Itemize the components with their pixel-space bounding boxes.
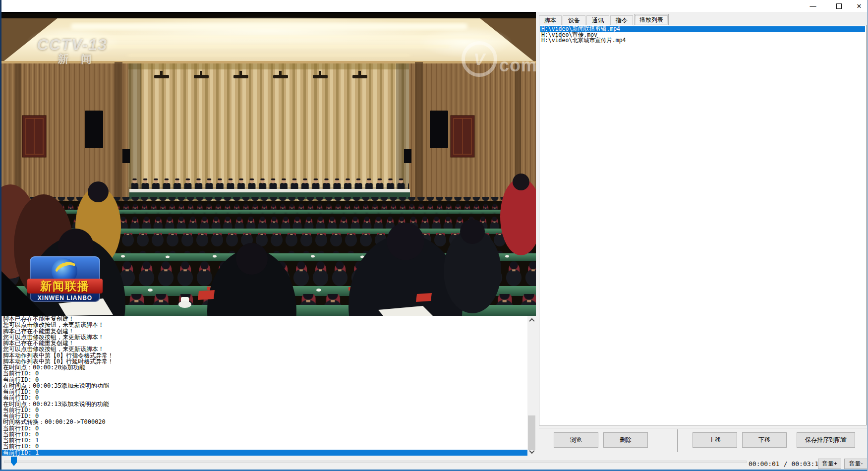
- log-line[interactable]: 当前行ID: 0: [2, 443, 527, 449]
- log-console[interactable]: 脚本已存在不能重复创建！ 您可以点击修改按钮，来更新该脚本！ 脚本已存在不能重复…: [1, 316, 527, 456]
- log-line[interactable]: 当前行ID: 1: [2, 437, 527, 443]
- cctv13-watermark: CCTV-13 新 闻: [37, 37, 108, 64]
- log-line[interactable]: 当前行ID: 0: [2, 425, 527, 431]
- delete-button[interactable]: 删除: [603, 432, 648, 448]
- scroll-down-button[interactable]: [527, 447, 536, 456]
- cctv-com-text: com: [499, 55, 536, 76]
- log-line[interactable]: 您可以点击修改按钮，来更新该脚本！: [2, 346, 527, 352]
- tab-comm[interactable]: 通讯: [586, 15, 609, 25]
- log-line[interactable]: 您可以点击修改按钮，来更新该脚本！: [2, 322, 527, 328]
- volume-up-button[interactable]: 音量+: [818, 459, 841, 469]
- log-line[interactable]: 您可以点击修改按钮，来更新该脚本！: [2, 334, 527, 340]
- chevron-up-icon: [529, 318, 534, 323]
- program-subtitle: XINWEN LIANBO: [30, 294, 100, 301]
- tab-device[interactable]: 设备: [563, 15, 585, 25]
- close-icon: ✕: [857, 2, 862, 10]
- log-line[interactable]: 在时间点：00:00:35添加未说明的功能: [2, 383, 527, 389]
- tab-strip: 脚本 设备 通讯 指令 播放列表: [539, 14, 670, 25]
- scrollbar-thumb[interactable]: [528, 415, 535, 450]
- log-line[interactable]: 脚本已存在不能重复创建！: [2, 328, 527, 334]
- cctv-com-watermark: V com: [462, 41, 536, 77]
- log-line[interactable]: 当前行ID: 0: [2, 431, 527, 437]
- volume-down-button[interactable]: 音量-: [844, 459, 868, 469]
- app-window: — ✕: [0, 0, 868, 471]
- playlist-listbox[interactable]: H:\video\新闻联播剪辑.mp4 H:\video\宣传.mov H:\v…: [540, 26, 865, 424]
- cctv-v-icon: V: [462, 41, 497, 77]
- current-time: 00:00:01: [749, 460, 780, 468]
- window-border-left: [0, 0, 1, 471]
- log-line[interactable]: 脚本动作列表中第【0】行指令格式异常！: [2, 353, 527, 358]
- minimize-button[interactable]: —: [801, 0, 825, 12]
- button-group-divider: [677, 429, 678, 452]
- tab-playlist[interactable]: 播放列表: [634, 14, 669, 25]
- log-line[interactable]: 在时间点：00:02:13添加未说明的功能: [2, 401, 527, 407]
- log-line[interactable]: 当前行ID: 0: [2, 407, 527, 413]
- video-player[interactable]: CCTV-13 新 闻 V com 新闻联播 XINWEN LIANBO: [1, 13, 536, 316]
- seek-thumb[interactable]: [11, 457, 17, 466]
- video-top-border: [0, 12, 536, 13]
- maximize-icon: [836, 3, 842, 9]
- close-button[interactable]: ✕: [851, 0, 868, 12]
- title-bar: — ✕: [0, 0, 868, 12]
- log-line[interactable]: 当前行ID: 0: [2, 395, 527, 401]
- cctv13-news-text: 新 闻: [58, 54, 108, 64]
- move-down-button[interactable]: 下移: [742, 432, 787, 448]
- time-display: 00:00:01/00:03:17: [749, 460, 816, 468]
- seek-slider[interactable]: [4, 456, 746, 469]
- maximize-button[interactable]: [827, 0, 851, 12]
- chevron-down-icon: [529, 448, 534, 453]
- xinwen-lianbo-logo: 新闻联播 XINWEN LIANBO: [30, 256, 100, 302]
- seek-track[interactable]: [4, 461, 747, 463]
- playlist-item[interactable]: H:\video\北京城市宣传片.mp4: [540, 38, 865, 44]
- log-scrollbar[interactable]: [527, 316, 536, 456]
- save-order-button[interactable]: 保存排序到配置: [797, 432, 855, 448]
- log-line[interactable]: 当前行ID: 0: [2, 377, 527, 383]
- button-row-separator: [539, 428, 868, 429]
- time-separator: /: [784, 460, 788, 468]
- scroll-up-button[interactable]: [527, 316, 536, 324]
- log-line[interactable]: 在时间点：00:00:20添加功能: [2, 364, 527, 370]
- program-title: 新闻联播: [27, 279, 103, 294]
- move-up-button[interactable]: 上移: [693, 432, 737, 448]
- tab-command[interactable]: 指令: [610, 15, 633, 25]
- log-line[interactable]: 当前行ID: 0: [2, 389, 527, 395]
- browse-button[interactable]: 浏览: [554, 432, 598, 448]
- tab-script[interactable]: 脚本: [539, 15, 562, 25]
- log-line[interactable]: 时间格式转换：00:00:20->T000020: [2, 419, 527, 425]
- log-line-selected[interactable]: 当前行ID: 1: [2, 450, 527, 456]
- log-line[interactable]: 当前行ID: 0: [2, 370, 527, 376]
- cctv13-channel-text: CCTV-13: [37, 37, 108, 54]
- minimize-icon: —: [810, 2, 816, 10]
